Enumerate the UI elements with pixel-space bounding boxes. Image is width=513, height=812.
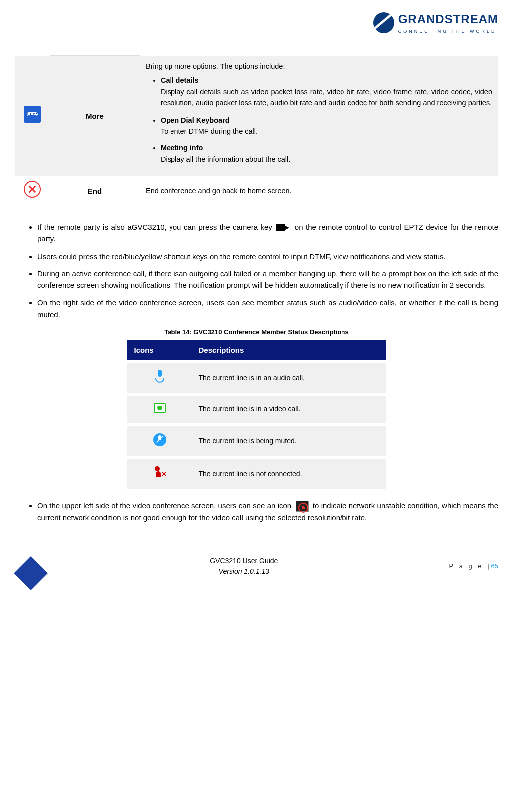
status-row-disconnected: ✕ The current line is not connected. bbox=[127, 458, 386, 489]
brand-name: GRANDSTREAM bbox=[398, 10, 498, 28]
end-label: End bbox=[50, 176, 140, 206]
bullet-member-status: On the right side of the video conferenc… bbox=[37, 297, 498, 320]
end-icon-cell bbox=[15, 176, 50, 206]
status-row-video: The current line is in a video call. bbox=[127, 395, 386, 425]
camera-icon bbox=[276, 223, 290, 232]
bullet-network-unstable: On the upper left side of the video conf… bbox=[37, 500, 498, 523]
status-table: Icons Descriptions The current line is i… bbox=[127, 340, 386, 489]
body-bullet-list-2: On the upper left side of the video conf… bbox=[15, 500, 498, 523]
footer-doc-version: Version 1.0.1.13 bbox=[39, 566, 449, 577]
footer-doc-title: GVC3210 User Guide bbox=[39, 556, 449, 567]
bullet-notification: During an active conference call, if the… bbox=[37, 268, 498, 291]
more-label: More bbox=[50, 56, 140, 176]
brand-tagline: CONNECTING THE WORLD bbox=[398, 28, 498, 35]
opt-dial-kb-title: Open Dial Keyboard bbox=[161, 115, 492, 126]
more-icon bbox=[24, 106, 41, 123]
body-bullet-list: If the remote party is also aGVC3210, yo… bbox=[15, 221, 498, 320]
status-table-caption: Table 14: GVC3210 Conference Member Stat… bbox=[15, 327, 498, 337]
mic-icon bbox=[154, 370, 165, 383]
opt-call-details-title: Call details bbox=[161, 75, 492, 86]
opt-dial-kb-desc: To enter DTMF during the call. bbox=[161, 127, 258, 135]
more-description: Bring up more options. The options inclu… bbox=[140, 56, 498, 176]
brand-logo: GRANDSTREAM CONNECTING THE WORLD bbox=[373, 10, 498, 35]
more-intro: Bring up more options. The options inclu… bbox=[146, 61, 492, 72]
disconnected-icon: ✕ bbox=[154, 466, 166, 478]
option-row-more: More Bring up more options. The options … bbox=[15, 56, 498, 176]
end-icon bbox=[24, 181, 41, 198]
footer-page: P a g e |65 bbox=[449, 561, 498, 571]
end-description: End conference and go back to home scree… bbox=[140, 176, 498, 206]
network-unstable-icon bbox=[296, 501, 309, 512]
more-icon-cell bbox=[15, 56, 50, 176]
status-header-icons: Icons bbox=[127, 340, 192, 361]
status-row-audio: The current line is in an audio call. bbox=[127, 361, 386, 395]
header-logo: GRANDSTREAM CONNECTING THE WORLD bbox=[15, 10, 498, 35]
status-desc-muted: The current line is being muted. bbox=[192, 425, 386, 458]
opt-meeting-info-desc: Display all the information about the ca… bbox=[161, 155, 290, 163]
opt-call-details-desc: Display call details such as video packe… bbox=[161, 88, 492, 107]
option-row-end: End End conference and go back to home s… bbox=[15, 176, 498, 206]
page-footer: GVC3210 User Guide Version 1.0.1.13 P a … bbox=[15, 554, 498, 593]
footer-rule bbox=[15, 548, 498, 548]
status-header-desc: Descriptions bbox=[192, 340, 386, 361]
video-icon bbox=[154, 403, 166, 413]
status-desc-audio: The current line is in an audio call. bbox=[192, 361, 386, 395]
status-row-muted: The current line is being muted. bbox=[127, 425, 386, 458]
options-table: More Bring up more options. The options … bbox=[15, 55, 498, 206]
bullet-remote-camera: If the remote party is also aGVC3210, yo… bbox=[37, 221, 498, 245]
bullet-shortcut-keys: Users could press the red/blue/yellow sh… bbox=[37, 251, 498, 262]
status-desc-disconnected: The current line is not connected. bbox=[192, 458, 386, 489]
status-desc-video: The current line is in a video call. bbox=[192, 395, 386, 425]
opt-meeting-info-title: Meeting info bbox=[161, 142, 492, 153]
mute-icon bbox=[153, 433, 166, 446]
logo-swoosh-icon bbox=[373, 12, 394, 33]
